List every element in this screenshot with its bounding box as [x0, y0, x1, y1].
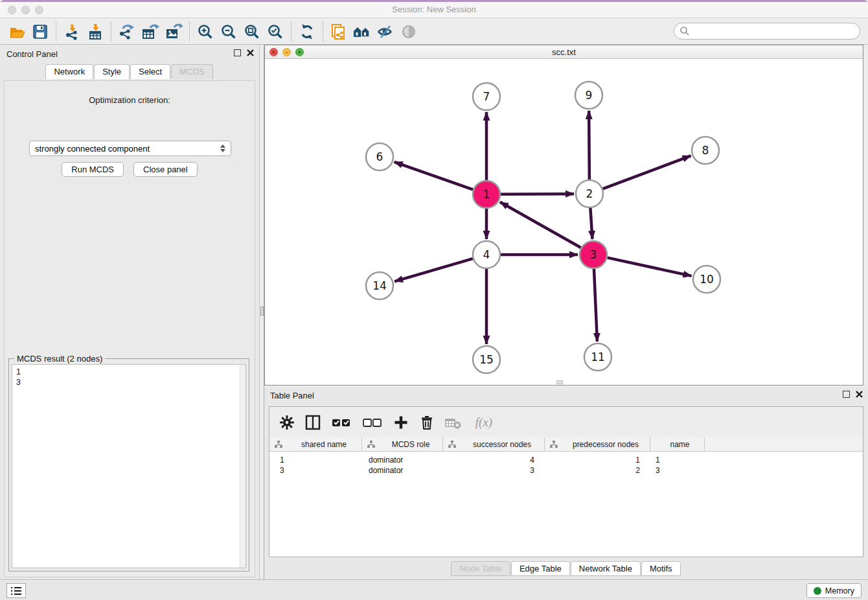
tab-network[interactable]: Network [45, 64, 93, 79]
graph-node-8[interactable]: 8 [692, 137, 719, 164]
graph-node-9[interactable]: 9 [575, 82, 602, 109]
network-canvas[interactable]: 7968124314101511 [265, 59, 863, 385]
task-history-button[interactable] [6, 583, 26, 598]
mcds-result-title: MCDS result (2 nodes) [14, 354, 105, 363]
memory-label: Memory [825, 586, 854, 595]
zoom-in-icon[interactable] [194, 21, 217, 42]
tab-select[interactable]: Select [130, 64, 170, 79]
export-image-icon[interactable] [162, 21, 185, 42]
deselect-all-columns-icon[interactable] [361, 414, 383, 431]
table-options-icon[interactable] [279, 414, 295, 431]
column-header-MCDS-role[interactable]: MCDS role [362, 437, 443, 451]
graph-node-4[interactable]: 4 [473, 241, 500, 268]
cell-MCDS-role[interactable]: dominator [362, 465, 443, 476]
graph-node-7[interactable]: 7 [473, 83, 500, 110]
export-network-icon[interactable] [115, 21, 139, 42]
export-table-icon[interactable] [139, 21, 162, 42]
svg-text:7: 7 [483, 90, 490, 103]
svg-text:1: 1 [483, 188, 490, 201]
graph-node-14[interactable]: 14 [366, 272, 393, 299]
app-window: Session: New Session [0, 0, 868, 600]
mcds-result-list[interactable]: 13 [12, 364, 246, 568]
panel-splitter[interactable] [259, 45, 264, 581]
zoom-out-icon[interactable] [217, 21, 240, 42]
tab-motifs[interactable]: Motifs [641, 561, 681, 576]
network-graph[interactable]: 7968124314101511 [265, 59, 863, 385]
run-mcds-button[interactable]: Run MCDS [62, 162, 124, 177]
edge-2-9[interactable] [589, 111, 589, 179]
cell-name[interactable]: 1 [650, 455, 705, 465]
table-row[interactable]: 1dominator411 [269, 455, 863, 465]
close-panel-button[interactable]: Close panel [133, 162, 198, 177]
graph-node-10[interactable]: 10 [693, 266, 720, 293]
edge-3-10[interactable] [607, 258, 691, 276]
column-header-name[interactable]: name [650, 437, 705, 451]
table-row[interactable]: 3dominator323 [269, 465, 863, 476]
float-table-panel-icon[interactable] [843, 391, 850, 398]
tab-node-table[interactable]: Node Table [451, 561, 510, 576]
graph-node-11[interactable]: 11 [584, 343, 611, 371]
import-network-icon[interactable] [60, 21, 84, 42]
column-header-predecessor-nodes[interactable]: predecessor nodes [545, 437, 650, 451]
network-window-titlebar[interactable]: ✕ − + scc.txt [265, 45, 863, 59]
edge-2-8[interactable] [603, 156, 691, 189]
edge-1-2[interactable] [501, 194, 574, 194]
graph-node-1[interactable]: 1 [473, 181, 500, 208]
search-input[interactable] [690, 25, 860, 38]
edge-3-11[interactable] [594, 269, 597, 341]
cell-shared-name[interactable]: 1 [269, 455, 362, 465]
select-all-columns-icon[interactable] [330, 414, 352, 431]
graph-node-6[interactable]: 6 [366, 143, 393, 170]
cell-predecessor-nodes[interactable]: 1 [545, 455, 650, 465]
first-neighbors-icon[interactable] [350, 21, 374, 42]
open-session-icon[interactable] [5, 21, 29, 42]
graph-node-15[interactable]: 15 [473, 346, 500, 373]
cell-predecessor-nodes[interactable]: 2 [545, 465, 650, 476]
edge-1-6[interactable] [394, 162, 474, 190]
save-session-icon[interactable] [29, 21, 52, 42]
zoom-fit-icon[interactable] [240, 21, 264, 42]
cell-successor-nodes[interactable]: 3 [443, 465, 545, 476]
column-header-shared-name[interactable]: shared name [269, 437, 362, 451]
tab-mcds[interactable]: MCDS [171, 64, 212, 79]
toggle-panes-icon[interactable] [304, 414, 321, 431]
toolbar-separator [323, 22, 323, 41]
window-title: Session: New Session [0, 5, 868, 14]
add-column-icon[interactable] [393, 414, 409, 431]
close-table-panel-icon[interactable] [856, 391, 863, 398]
hide-selected-icon[interactable] [374, 21, 397, 42]
network-window-title: scc.txt [265, 47, 863, 57]
cell-MCDS-role[interactable]: dominator [362, 455, 443, 465]
splitter-grip[interactable] [260, 306, 264, 316]
table-column-headers: shared nameMCDS rolesuccessor nodesprede… [269, 437, 863, 452]
edge-2-3[interactable] [590, 208, 592, 239]
import-table-icon[interactable] [84, 21, 107, 42]
graph-node-2[interactable]: 2 [576, 180, 603, 207]
main-toolbar [0, 19, 868, 45]
cell-name[interactable]: 3 [650, 465, 705, 476]
fx-label: f(x) [475, 415, 492, 430]
status-bar: Memory [0, 579, 868, 600]
column-header-successor-nodes[interactable]: successor nodes [443, 437, 545, 451]
tab-style[interactable]: Style [94, 64, 130, 79]
cell-shared-name[interactable]: 3 [269, 465, 362, 476]
float-panel-icon[interactable] [234, 49, 241, 56]
result-scrollbar[interactable] [240, 365, 246, 568]
close-panel-icon[interactable] [247, 49, 254, 56]
svg-text:9: 9 [586, 89, 593, 102]
search-field[interactable] [674, 23, 860, 40]
duplicate-network-icon[interactable] [327, 21, 350, 42]
edge-3-1[interactable] [500, 202, 581, 248]
table-toolbar: f(x) [269, 407, 863, 437]
refresh-icon[interactable] [295, 21, 319, 42]
cell-successor-nodes[interactable]: 4 [443, 455, 545, 465]
delete-columns-icon[interactable] [418, 414, 435, 431]
tab-edge-table[interactable]: Edge Table [511, 561, 570, 576]
edge-4-14[interactable] [394, 259, 473, 281]
criterion-select[interactable]: strongly connected component [29, 141, 231, 156]
tab-network-table[interactable]: Network Table [571, 561, 641, 576]
graph-node-3[interactable]: 3 [580, 241, 607, 268]
memory-button[interactable]: Memory [806, 583, 862, 598]
zoom-selected-icon[interactable] [264, 21, 287, 42]
canvas-grip[interactable] [556, 380, 563, 384]
